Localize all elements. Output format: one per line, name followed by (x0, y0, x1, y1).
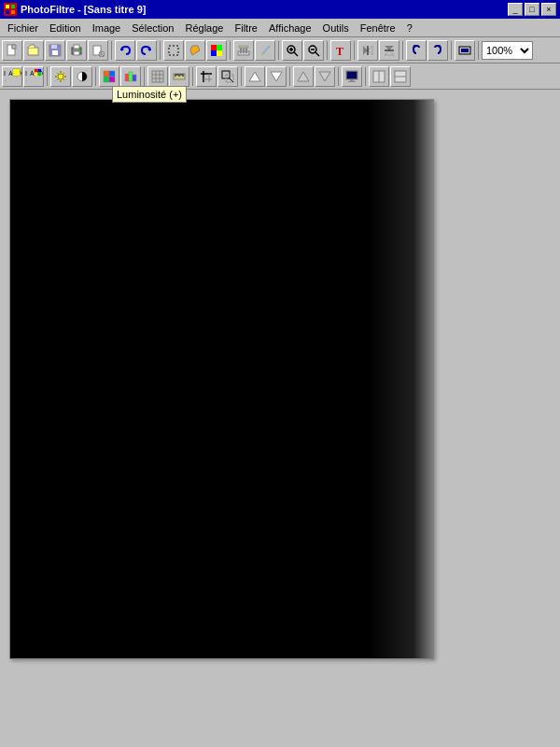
close-button[interactable]: × (541, 3, 556, 16)
svg-rect-50 (461, 49, 469, 52)
brightness-button[interactable] (50, 66, 71, 87)
rect-select-button[interactable] (163, 40, 184, 61)
resize-button[interactable] (217, 66, 238, 87)
menu-filtre[interactable]: Filtre (229, 19, 262, 36)
separator3 (230, 41, 231, 60)
svg-rect-61 (38, 72, 42, 76)
contrast-button[interactable] (72, 66, 92, 87)
triangle2-button[interactable] (266, 66, 287, 87)
svg-line-67 (57, 73, 59, 75)
brush-button[interactable] (233, 40, 254, 61)
menu-reglage[interactable]: Réglage (180, 19, 230, 36)
separator7 (402, 41, 403, 60)
extra-btn1[interactable] (369, 66, 389, 87)
svg-rect-23 (217, 45, 222, 50)
svg-marker-44 (385, 46, 394, 50)
hue-sat-button[interactable] (99, 66, 119, 87)
color-pick-button[interactable] (206, 40, 227, 61)
svg-marker-97 (249, 72, 260, 81)
svg-marker-98 (271, 72, 282, 81)
menu-selection[interactable]: Sélection (126, 19, 179, 36)
save-button[interactable] (45, 40, 65, 61)
svg-rect-77 (129, 72, 133, 81)
sep-t2-7 (338, 67, 339, 86)
svg-rect-4 (11, 10, 15, 14)
svg-rect-79 (152, 71, 163, 82)
triangle3-button[interactable] (293, 66, 314, 87)
canvas-gradient (368, 100, 433, 658)
menu-outils[interactable]: Outils (317, 19, 355, 36)
auto-color-button[interactable]: I ↑ AUTO (23, 66, 44, 87)
svg-rect-103 (350, 79, 354, 81)
image-canvas (9, 99, 434, 659)
separator8 (451, 41, 452, 60)
svg-marker-6 (12, 45, 16, 49)
sep-t2-3 (144, 67, 145, 86)
open-button[interactable] (23, 40, 44, 61)
svg-text:I: I (4, 69, 6, 78)
monitor-button[interactable] (342, 66, 362, 87)
svg-rect-30 (239, 46, 248, 48)
window-controls: _ □ × (508, 3, 556, 16)
separator6 (354, 41, 355, 60)
svg-rect-73 (109, 71, 115, 77)
svg-marker-21 (190, 46, 200, 55)
flip-h-button[interactable] (357, 40, 378, 61)
auto-levels-button[interactable]: I ↑ AUTO (2, 66, 22, 87)
svg-rect-59 (38, 68, 42, 72)
menu-image[interactable]: Image (87, 19, 127, 36)
minimize-button[interactable]: _ (508, 3, 523, 16)
print-button[interactable] (66, 40, 87, 61)
menu-fichier[interactable]: Fichier (2, 19, 44, 36)
color-balance-button[interactable] (120, 66, 141, 87)
sep-t2-4 (192, 67, 193, 86)
svg-rect-15 (93, 46, 101, 55)
triangle4-button[interactable] (315, 66, 335, 87)
text-button[interactable]: T (330, 40, 351, 61)
grid-button[interactable] (147, 66, 168, 87)
svg-text:T: T (336, 45, 343, 57)
svg-marker-45 (385, 50, 394, 55)
svg-marker-42 (368, 46, 372, 55)
svg-rect-58 (35, 68, 38, 72)
menu-affichage[interactable]: Affichage (263, 19, 317, 36)
rotate-r-button[interactable] (427, 40, 448, 61)
title-bar: PhotoFiltre - [Sans titre 9] _ □ × (0, 0, 560, 19)
zoom-select[interactable]: 100% 50% 200% 75% 150% (482, 41, 533, 60)
window-title: PhotoFiltre - [Sans titre 9] (21, 4, 504, 15)
svg-rect-2 (11, 5, 15, 8)
svg-rect-102 (347, 72, 357, 78)
ruler-button[interactable] (169, 66, 189, 87)
full-screen-button[interactable] (455, 40, 475, 61)
svg-rect-54 (13, 68, 20, 75)
svg-rect-60 (35, 72, 38, 76)
svg-rect-104 (348, 81, 356, 82)
redo-button[interactable] (136, 40, 157, 61)
svg-rect-10 (52, 50, 58, 55)
triangle1-button[interactable] (245, 66, 265, 87)
color-fill-button[interactable] (185, 40, 205, 61)
zoom-out-button[interactable] (303, 40, 324, 61)
maximize-button[interactable]: □ (525, 3, 539, 16)
rotate-l-button[interactable] (406, 40, 427, 61)
menu-edition[interactable]: Edition (44, 19, 87, 36)
print-preview-button[interactable] (88, 40, 108, 61)
separator1 (111, 41, 112, 60)
svg-line-68 (63, 78, 65, 80)
pencil-button[interactable] (255, 40, 275, 61)
svg-rect-22 (211, 45, 217, 50)
flip-v-button[interactable] (379, 40, 399, 61)
extra-btn2[interactable] (390, 66, 411, 87)
undo-button[interactable] (115, 40, 135, 61)
menu-fenetre[interactable]: Fenêtre (355, 19, 401, 36)
crop-button[interactable] (196, 66, 217, 87)
app-icon (4, 3, 17, 16)
svg-line-96 (230, 78, 233, 82)
svg-rect-1 (6, 5, 9, 8)
new-button[interactable] (2, 40, 22, 61)
svg-text:↑: ↑ (4, 78, 7, 84)
zoom-in-button[interactable] (282, 40, 302, 61)
menu-help[interactable]: ? (401, 19, 418, 36)
separator4 (278, 41, 279, 60)
svg-marker-100 (319, 72, 330, 81)
